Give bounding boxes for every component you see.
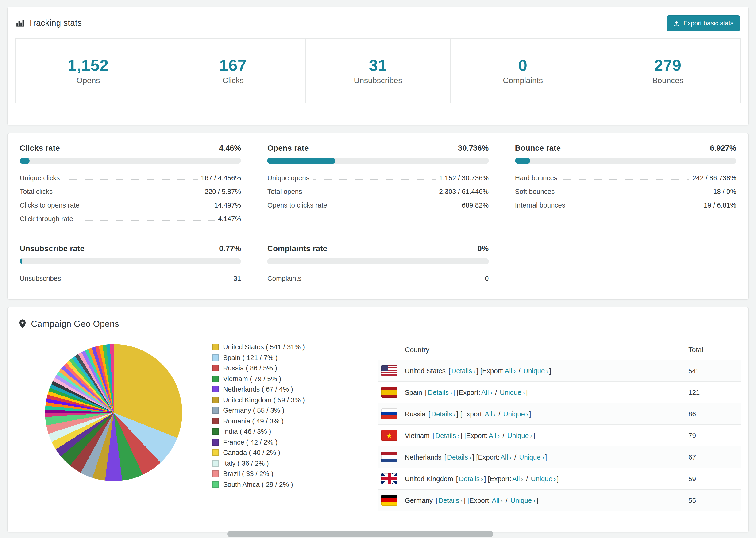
legend-item: Brazil ( 33 / 2% ) — [212, 470, 378, 477]
legend-item: Vietnam ( 79 / 5% ) — [212, 375, 378, 382]
table-row: United States [Details›] [Export:All› / … — [378, 360, 741, 381]
flag-russia-icon — [381, 408, 397, 419]
country-total: 86 — [685, 403, 741, 425]
flag-united-states-icon — [381, 365, 397, 376]
dotted-leader — [558, 193, 710, 193]
details-link[interactable]: Details› — [447, 453, 471, 461]
progress-fill — [20, 258, 21, 264]
export-unique-link[interactable]: Unique› — [531, 475, 556, 482]
export-all-link[interactable]: All› — [505, 367, 516, 374]
horizontal-scrollbar-thumb[interactable] — [227, 531, 493, 537]
stat-unsubscribes: 31 Unsubscribes — [306, 39, 451, 103]
chevron-right-icon: › — [490, 389, 492, 396]
export-unique-link[interactable]: Unique› — [507, 432, 532, 439]
opens-label: Opens — [77, 76, 100, 85]
dotted-leader — [83, 206, 211, 207]
chevron-right-icon: › — [514, 367, 516, 374]
dotted-leader — [561, 179, 689, 180]
chevron-right-icon: › — [494, 410, 496, 418]
legend-swatch — [212, 439, 219, 445]
details-link[interactable]: Details› — [431, 410, 456, 418]
details-link[interactable]: Details› — [435, 432, 459, 439]
legend-swatch — [212, 407, 219, 413]
geo-opens-table: Country Total United States [Details›] [… — [378, 340, 741, 511]
chevron-right-icon: › — [530, 432, 532, 439]
chevron-right-icon: › — [521, 475, 523, 482]
export-all-link[interactable]: All› — [481, 389, 492, 396]
legend-swatch — [212, 481, 219, 488]
complaints-rate-progress-bar — [267, 258, 489, 264]
details-link[interactable]: Details› — [438, 497, 462, 504]
summary-stats-row: 1,152 Opens 167 Clicks 31 Unsubscribes 0… — [16, 38, 740, 103]
chevron-right-icon: › — [481, 475, 483, 482]
country-name: Russia — [405, 410, 426, 418]
stat-row: Total clicks220 / 5.87% — [20, 185, 241, 198]
legend-swatch — [212, 397, 219, 403]
clicks-count: 167 — [220, 56, 247, 75]
rate-title: Opens rate — [267, 144, 309, 153]
tracking-stats-card: Tracking stats Export basic stats 1,152 … — [7, 7, 749, 125]
chevron-right-icon: › — [473, 367, 476, 374]
flag-germany-icon — [381, 495, 397, 506]
export-all-link[interactable]: All› — [492, 497, 503, 504]
stat-row: Unique clicks167 / 4.456% — [20, 171, 241, 185]
legend-item: India ( 46 / 3% ) — [212, 428, 378, 435]
export-unique-link[interactable]: Unique› — [503, 410, 528, 418]
flag-netherlands-icon — [381, 452, 397, 462]
bounce-rate-progress-bar — [515, 158, 736, 164]
stat-row: Click through rate4.147% — [20, 212, 241, 225]
geo-opens-card: Campaign Geo Opens United States ( 541 /… — [7, 307, 749, 532]
legend-item: United Kingdom ( 59 / 3% ) — [212, 396, 378, 404]
opens-rate-panel: Opens rate 30.736% Unique opens1,152 / 3… — [267, 144, 489, 225]
dotted-leader — [76, 220, 215, 220]
rate-value: 0% — [477, 244, 489, 253]
complaints-count: 0 — [518, 56, 527, 75]
export-all-link[interactable]: All› — [512, 475, 523, 482]
stat-row: Internal bounces19 / 6.81% — [515, 198, 736, 212]
export-unique-link[interactable]: Unique› — [523, 367, 549, 374]
tracking-stats-header: Tracking stats — [16, 18, 82, 28]
legend-swatch — [212, 470, 219, 477]
table-row: United Kingdom [Details›] [Export:All› /… — [378, 468, 741, 489]
export-all-link[interactable]: All› — [489, 432, 500, 439]
country-total: 79 — [685, 425, 741, 446]
legend-swatch — [212, 418, 219, 424]
stat-row: Opens to clicks rate689.82% — [267, 198, 489, 212]
rates-card: Clicks rate 4.46% Unique clicks167 / 4.4… — [7, 133, 749, 299]
stat-bounces: 279 Bounces — [596, 39, 740, 103]
chevron-right-icon: › — [498, 432, 500, 439]
country-name: United Kingdom — [405, 475, 453, 482]
table-row: Netherlands [Details›] [Export:All› / Un… — [378, 446, 741, 468]
details-link[interactable]: Details› — [451, 367, 475, 374]
country-name: Germany — [405, 497, 433, 504]
country-name: Vietnam — [405, 432, 430, 439]
table-row: Germany [Details›] [Export:All› / Unique… — [378, 489, 741, 511]
export-all-link[interactable]: All› — [501, 453, 512, 461]
chevron-right-icon: › — [542, 454, 544, 461]
details-link[interactable]: Details› — [428, 389, 452, 396]
export-all-link[interactable]: All› — [485, 410, 496, 418]
rate-title: Bounce rate — [515, 144, 561, 153]
rate-title: Clicks rate — [20, 144, 60, 153]
details-link[interactable]: Details› — [459, 475, 483, 482]
rate-value: 6.927% — [710, 144, 736, 153]
bounces-count: 279 — [654, 56, 681, 75]
legend-item: France ( 42 / 2% ) — [212, 438, 378, 446]
chevron-right-icon: › — [450, 389, 452, 396]
stat-row: Clicks to opens rate14.497% — [20, 198, 241, 212]
legend-item: South Africa ( 29 / 2% ) — [212, 480, 378, 488]
clicks-label: Clicks — [222, 76, 244, 85]
export-unique-link[interactable]: Unique› — [519, 453, 544, 461]
country-total: 67 — [685, 446, 741, 468]
export-unique-link[interactable]: Unique› — [500, 389, 525, 396]
stat-complaints: 0 Complaints — [451, 39, 596, 103]
legend-item: Italy ( 36 / 2% ) — [212, 459, 378, 467]
export-basic-stats-button[interactable]: Export basic stats — [667, 16, 740, 31]
country-total: 541 — [685, 360, 741, 381]
stat-row: Unsubscribes31 — [20, 271, 241, 285]
unsubscribes-count: 31 — [369, 56, 387, 75]
legend-item: Spain ( 121 / 7% ) — [212, 354, 378, 361]
progress-fill — [515, 158, 530, 164]
rate-value: 30.736% — [458, 144, 489, 153]
export-unique-link[interactable]: Unique› — [511, 497, 536, 504]
